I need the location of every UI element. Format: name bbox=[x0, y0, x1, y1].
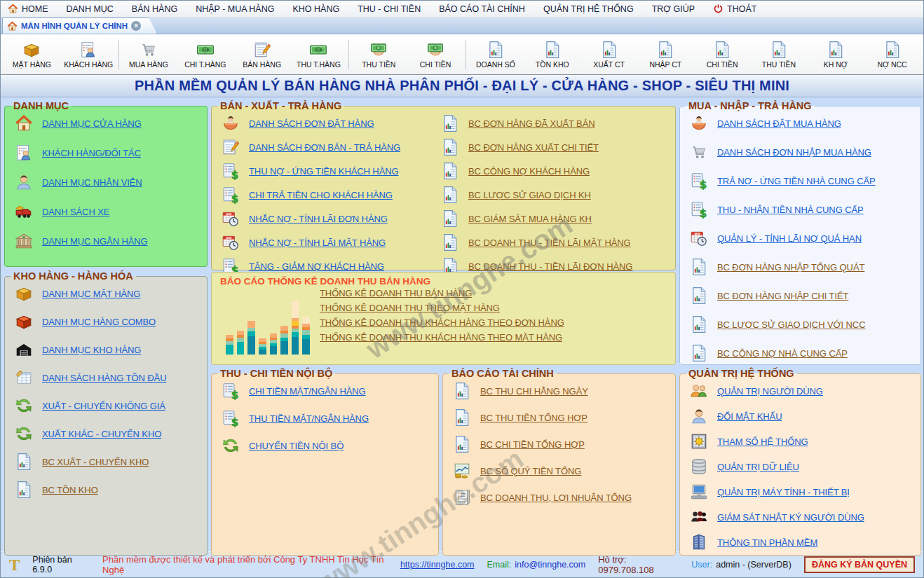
menu-item[interactable]: BÁN HÀNG bbox=[132, 4, 177, 14]
menu-link[interactable]: THÔNG TIN PHẦN MỀM bbox=[690, 533, 916, 551]
menu-link[interactable]: QUẢN TRỊ MÁY TÍNH - THIẾT BỊ bbox=[690, 483, 916, 501]
toolbar-item[interactable]: TỒN KHO bbox=[524, 40, 580, 69]
menu-link[interactable]: BC ĐƠN HÀNG NHẬP TỔNG QUÁT bbox=[690, 258, 916, 276]
menu-item[interactable]: THU - CHI TIỀN bbox=[358, 4, 421, 14]
menu-link[interactable]: BC ĐƠN HÀNG NHẬP CHI TIẾT bbox=[690, 287, 916, 305]
menu-item[interactable]: KHO HÀNG bbox=[292, 4, 339, 14]
menu-link[interactable]: JANQUẢN LÝ - TÍNH LÃI NỢ QUÁ HẠN bbox=[690, 229, 916, 247]
menu-item-label: KHO HÀNG bbox=[292, 4, 339, 14]
menu-link[interactable]: $TRẢ NỢ - ỨNG TIỀN NHÀ CUNG CẤP bbox=[690, 172, 916, 190]
menu-link-label: TRẢ NỢ - ỨNG TIỀN NHÀ CUNG CẤP bbox=[717, 176, 876, 186]
menu-link[interactable]: DANH SÁCH ĐƠN BÁN - TRẢ HÀNG bbox=[222, 138, 435, 156]
toolbar-item[interactable]: XUẤT CT bbox=[580, 40, 637, 69]
menu-link[interactable]: THỐNG KÊ DOANH THU THEO MẶT HÀNG bbox=[320, 303, 671, 313]
menu-link[interactable]: DANH MỤC NHÂN VIÊN bbox=[15, 173, 203, 191]
panel-title: KHO HÀNG - HÀNG HÓA bbox=[11, 270, 136, 282]
menu-link[interactable]: BC GIÁM SÁT MUA HÀNG KH bbox=[441, 209, 671, 228]
menu-link[interactable]: DANH MỤC HÀNG COMBO bbox=[15, 312, 203, 331]
menu-link[interactable]: $THU TIỀN MẶT/NGÂN HÀNG bbox=[222, 409, 434, 427]
menu-link[interactable]: BC CÔNG NỢ KHÁCH HÀNG bbox=[441, 162, 671, 180]
menu-link[interactable]: BC THU TIỀN TỔNG HỢP bbox=[453, 408, 671, 427]
menu-link[interactable]: GIÁM SÁT NHẬT KÝ NGƯỜI DÙNG bbox=[690, 508, 916, 526]
report-icon bbox=[543, 41, 562, 59]
menu-link[interactable]: QUẢN TRỊ NGƯỜI DÙNG bbox=[690, 382, 916, 400]
toolbar-item[interactable]: MUA HÀNG bbox=[121, 40, 177, 69]
toolbar-item[interactable]: THU TIỀN bbox=[351, 40, 407, 69]
email-link[interactable]: info@tinnghe.com bbox=[515, 560, 585, 570]
menu-link[interactable]: BC ĐƠN HÀNG XUẤT CHI TIẾT bbox=[441, 138, 671, 156]
menu-link[interactable]: DANH MỤC KHO HÀNG bbox=[15, 340, 203, 359]
toolbar-item[interactable]: MẶT HÀNG bbox=[4, 40, 60, 69]
svg-text:$: $ bbox=[231, 389, 239, 400]
toolbar-item[interactable]: 100THU T.HÀNG bbox=[290, 40, 347, 69]
toolbar-item[interactable]: BÁN HÀNG bbox=[233, 40, 290, 69]
toolbar-item[interactable]: CHI TIỀN bbox=[407, 40, 464, 69]
menu-link[interactable]: THỐNG KÊ DOANH THU BÁN HÀNG bbox=[320, 288, 671, 298]
menu-link[interactable]: JANNHẮC NỢ - TÍNH LÃI MẶT HÀNG bbox=[222, 233, 435, 252]
menu-link-label: BC ĐƠN HÀNG NHẬP CHI TIẾT bbox=[717, 291, 848, 301]
website-link[interactable]: https://tinnghe.com bbox=[400, 560, 475, 570]
menu-link[interactable]: XUẤT KHÁC - CHUYỂN KHO bbox=[15, 425, 203, 443]
menu-link[interactable]: BC CHI TIỀN TỔNG HỢP bbox=[453, 435, 671, 453]
home-icon bbox=[8, 4, 18, 14]
menu-item[interactable]: TRỢ GIÚP bbox=[652, 4, 695, 14]
menu-link[interactable]: $THU - NHẬN TIỀN NHÀ CUNG CẤP bbox=[690, 200, 916, 219]
menu-link[interactable]: BC LƯỢC SỬ GIAO DỊCH KH bbox=[441, 186, 671, 204]
person-icon bbox=[690, 407, 708, 425]
menu-link[interactable]: XUẤT - CHUYỂN KHÔNG GIÁ bbox=[15, 397, 203, 415]
toolbar-item[interactable]: DOANH SỐ bbox=[468, 40, 524, 69]
menu-link[interactable]: DANH SÁCH XE bbox=[15, 202, 203, 221]
menu-link[interactable]: THỐNG KÊ DOANH THU KHÁCH HÀNG THEO ĐƠN H… bbox=[320, 317, 671, 328]
menu-link[interactable]: BC DOANH THU - TIỀN LÃI MẶT HÀNG bbox=[441, 233, 671, 252]
menu-link[interactable]: DANH MỤC MẶT HÀNG bbox=[15, 284, 203, 303]
menu-link[interactable]: JANNHẮC NỢ - TÍNH LÃI ĐƠN HÀNG bbox=[222, 209, 435, 228]
toolbar-item-label: CHI T.HÀNG bbox=[184, 60, 226, 69]
register-license-button[interactable]: ĐĂNG KÝ BẢN QUYỀN bbox=[804, 556, 915, 573]
toolbar-item-label: MUA HÀNG bbox=[129, 60, 168, 69]
menu-item[interactable]: THOÁT bbox=[713, 4, 756, 14]
menu-link[interactable]: CHUYỂN TIỀN NỘI BỘ bbox=[222, 436, 434, 455]
menu-link[interactable]: BC TỒN KHO bbox=[15, 481, 203, 499]
report-icon bbox=[441, 209, 459, 228]
toolbar-item[interactable]: 100CHI T.HÀNG bbox=[177, 40, 233, 69]
menu-link[interactable]: BC SỔ QUỸ TIỀN TỔNG bbox=[453, 462, 671, 480]
menu-link[interactable]: THAM SỐ HỆ THỐNG bbox=[690, 432, 916, 450]
menu-link[interactable]: DANH MỤC NGÂN HÀNG bbox=[15, 232, 203, 250]
toolbar-item[interactable]: THU TIỀN bbox=[751, 40, 808, 69]
menu-link-label: DANH SÁCH ĐƠN NHẬP MUA HÀNG bbox=[717, 147, 871, 158]
tab-main-screen[interactable]: MÀN HÌNH QUẢN LÝ CHÍNH × bbox=[2, 18, 157, 34]
menu-item[interactable]: QUẢN TRỊ HỆ THỐNG bbox=[543, 4, 634, 14]
menu-item[interactable]: DANH MỤC bbox=[67, 4, 114, 14]
menu-item[interactable]: NHẬP - MUA HÀNG bbox=[196, 4, 274, 14]
bank-icon bbox=[15, 232, 33, 250]
menu-link[interactable]: $CHI TIỀN MẶT/NGÂN HÀNG bbox=[222, 382, 434, 400]
menu-link[interactable]: DANH SÁCH ĐƠN NHẬP MUA HÀNG bbox=[690, 143, 916, 161]
toolbar-separator bbox=[466, 40, 466, 69]
menu-link[interactable]: BC DOANH THU, LỢI NHUẬN TỔNG bbox=[453, 488, 671, 507]
menu-link[interactable]: KHÁCH HÀNG/ĐỐI TÁC bbox=[15, 144, 203, 162]
menu-link[interactable]: BC ĐƠN HÀNG ĐÃ XUẤT BÁN bbox=[441, 114, 671, 132]
menu-link[interactable]: $THU NỢ - ỨNG TIỀN KHÁCH HÀNG bbox=[222, 162, 435, 180]
menu-link[interactable]: BC XUẤT - CHUYỂN KHO bbox=[15, 453, 203, 471]
menu-link[interactable]: DANH SÁCH ĐẶT MUA HÀNG bbox=[690, 114, 916, 132]
menu-link[interactable]: QUẢN TRỊ DỮ LIỆU bbox=[690, 457, 916, 476]
panel-title: MUA - NHẬP - TRẢ HÀNG bbox=[686, 100, 815, 111]
report-icon bbox=[15, 453, 33, 471]
tab-close-icon[interactable]: × bbox=[131, 21, 141, 31]
toolbar-item[interactable]: KH NỢ bbox=[807, 40, 864, 69]
menu-link[interactable]: DANH SÁCH ĐƠN ĐẶT HÀNG bbox=[222, 114, 435, 132]
menu-link[interactable]: BC LƯỢC SỬ GIAO DỊCH VỚI NCC bbox=[690, 315, 916, 333]
menu-link[interactable]: $CHI TRẢ TIỀN CHO KHÁCH HÀNG bbox=[222, 186, 435, 204]
menu-link[interactable]: THỐNG KÊ DOANH THU KHÁCH HÀNG THEO MẶT H… bbox=[320, 332, 671, 343]
toolbar-item[interactable]: NHẬP CT bbox=[637, 40, 694, 69]
toolbar-item[interactable]: NỢ NCC bbox=[864, 40, 920, 69]
toolbar-item[interactable]: CHI TIỀN bbox=[694, 40, 751, 69]
menu-link[interactable]: DANH MỤC CỬA HÀNG bbox=[15, 114, 203, 132]
toolbar-item[interactable]: KHÁCH HÀNG bbox=[60, 40, 117, 69]
menu-link[interactable]: BC CÔNG NỢ NHÀ CUNG CẤP bbox=[690, 344, 916, 362]
menu-link[interactable]: BC THU CHI HẰNG NGÀY bbox=[453, 382, 671, 400]
menu-item[interactable]: BÁO CÁO TÀI CHÍNH bbox=[439, 4, 525, 14]
menu-link[interactable]: ĐỔI MẬT KHẨU bbox=[690, 407, 916, 425]
menu-link[interactable]: DANH SÁCH HÀNG TỒN ĐẦU bbox=[15, 369, 203, 387]
menu-item[interactable]: HOME bbox=[8, 4, 48, 14]
